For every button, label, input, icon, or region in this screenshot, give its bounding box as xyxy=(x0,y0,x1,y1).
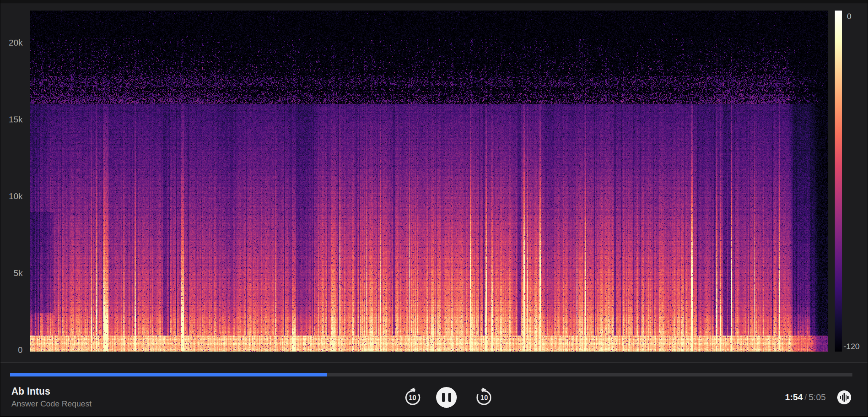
forward-10-icon: 10 xyxy=(474,387,495,408)
rewind-10-icon: 10 xyxy=(402,387,423,408)
colorbar-max-label: 0 xyxy=(847,12,852,21)
spectrogram-app: 20k 15k 10k 5k 0 0 -120 Ab Intus Answer … xyxy=(0,0,868,417)
player-bar: Ab Intus Answer Code Request 10 10 1:54 xyxy=(0,363,868,417)
pause-icon xyxy=(442,393,445,402)
time-display: 1:54/5:05 xyxy=(772,392,826,402)
freq-tick-0: 0 xyxy=(0,345,23,355)
freq-tick-5k: 5k xyxy=(0,268,23,278)
freq-tick-10k: 10k xyxy=(0,192,23,201)
svg-text:10: 10 xyxy=(480,394,488,401)
colorbar-min-label: -120 xyxy=(844,342,860,351)
colorbar xyxy=(835,11,842,352)
current-time: 1:54 xyxy=(785,392,803,402)
pause-button[interactable] xyxy=(436,387,457,408)
freq-tick-20k: 20k xyxy=(0,38,23,48)
spectrogram-canvas[interactable] xyxy=(30,11,828,352)
total-duration: 5:05 xyxy=(809,392,826,402)
track-artist: Answer Code Request xyxy=(11,399,92,409)
svg-text:10: 10 xyxy=(409,394,416,401)
time-separator: / xyxy=(803,392,809,402)
rewind-10-button[interactable]: 10 xyxy=(402,387,423,408)
waveform-view-button[interactable] xyxy=(837,390,851,404)
seek-bar-fill xyxy=(10,373,327,376)
freq-tick-15k: 15k xyxy=(0,115,23,125)
spectrogram-pane: 20k 15k 10k 5k 0 0 -120 xyxy=(0,0,868,363)
waveform-icon xyxy=(840,396,841,399)
track-title: Ab Intus xyxy=(11,386,50,397)
forward-10-button[interactable]: 10 xyxy=(474,387,495,408)
seek-bar[interactable] xyxy=(10,373,852,376)
